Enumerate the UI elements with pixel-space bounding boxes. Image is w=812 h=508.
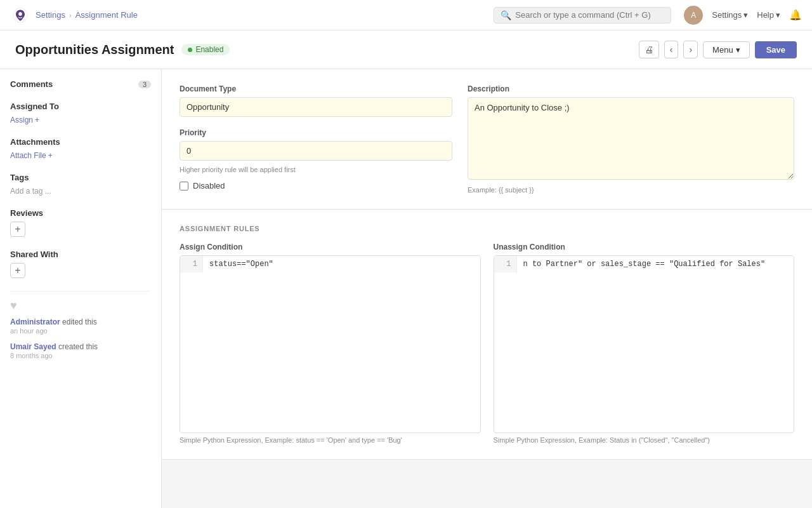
assign-link[interactable]: Assign + <box>10 116 39 124</box>
unassign-condition-editor[interactable]: 1 n to Partner" or sales_stage == "Quali… <box>494 255 795 433</box>
nav-right: A Settings ▾ Help ▾ 🔔 <box>684 6 802 25</box>
menu-button[interactable]: Menu ▾ <box>703 41 750 58</box>
sidebar-comments-section: Comments 3 <box>10 79 151 89</box>
conditions-row: Assign Condition 1 status=="Open" Simple… <box>180 243 794 444</box>
priority-label: Priority <box>180 128 452 137</box>
assign-code-line-1: 1 status=="Open" <box>180 256 480 272</box>
add-tag-link[interactable]: Add a tag ... <box>10 187 51 196</box>
sidebar-shared-header: Shared With <box>10 250 151 259</box>
status-dot <box>188 48 192 52</box>
sidebar-assigned-section: Assigned To Assign + <box>10 102 151 124</box>
assignment-rules-title: ASSIGNMENT RULES <box>180 225 794 232</box>
document-type-group: Document Type Priority Higher priority r… <box>180 84 452 194</box>
assign-condition-group: Assign Condition 1 status=="Open" Simple… <box>180 243 481 444</box>
attach-file-link[interactable]: Attach File + <box>10 151 53 160</box>
sidebar-reviews-header: Reviews <box>10 208 151 218</box>
form-card: Document Type Priority Higher priority r… <box>162 69 812 210</box>
prev-button[interactable]: ‹ <box>664 41 679 58</box>
sidebar-attachments-header: Attachments <box>10 137 151 147</box>
assign-code-content: status=="Open" <box>203 256 480 272</box>
chevron-right-icon: › <box>689 44 692 55</box>
settings-nav-link[interactable]: Settings ▾ <box>712 10 748 20</box>
search-input[interactable] <box>515 10 664 20</box>
activity-time-0: an hour ago <box>10 327 151 335</box>
form-row-top: Document Type Priority Higher priority r… <box>180 84 794 194</box>
main-content: Document Type Priority Higher priority r… <box>162 69 812 508</box>
unassign-code-content: n to Partner" or sales_stage == "Qualifi… <box>517 256 794 272</box>
assign-condition-hint: Simple Python Expression, Example: statu… <box>180 436 481 444</box>
app-logo[interactable] <box>10 5 30 25</box>
description-group: Description An Opportunity to Close ;) E… <box>468 84 794 194</box>
print-button[interactable]: 🖨 <box>639 41 659 58</box>
activity-user-1: Umair Sayed <box>10 342 56 351</box>
plus-icon: + <box>35 116 39 124</box>
line-num-1: 1 <box>180 256 203 272</box>
unassign-condition-label: Unassign Condition <box>494 243 795 251</box>
breadcrumb: Settings › Assignment Rule <box>36 10 138 20</box>
comments-count-badge: 3 <box>138 81 151 88</box>
assign-condition-label: Assign Condition <box>180 243 481 251</box>
menu-label: Menu <box>712 45 733 55</box>
activity-item-0: Administrator edited this an hour ago <box>10 318 151 335</box>
activity-action-0: edited this <box>62 318 97 326</box>
page-title: Opportunities Assignment <box>15 43 174 57</box>
search-icon: 🔍 <box>501 10 511 20</box>
priority-hint: Higher priority rule will be applied fir… <box>180 166 452 173</box>
sidebar-comments-title: Comments <box>10 79 53 89</box>
status-label: Enabled <box>195 45 223 54</box>
priority-input[interactable] <box>180 141 452 161</box>
avatar[interactable]: A <box>684 6 703 25</box>
unassign-condition-group: Unassign Condition 1 n to Partner" or sa… <box>494 243 795 444</box>
description-label: Description <box>468 84 794 93</box>
sidebar-assigned-header: Assigned To <box>10 102 151 111</box>
sidebar-attachments-section: Attachments Attach File + <box>10 137 151 160</box>
attach-plus-icon: + <box>48 151 53 160</box>
disabled-checkbox[interactable] <box>180 182 188 190</box>
sidebar: Comments 3 Assigned To Assign + Attachme… <box>0 69 162 508</box>
description-example: Example: {{ subject }} <box>468 186 794 194</box>
status-badge: Enabled <box>181 44 230 55</box>
breadcrumb-assignment-rule[interactable]: Assignment Rule <box>75 10 138 20</box>
sidebar-tags-header: Tags <box>10 173 151 182</box>
unassign-code-line-1: 1 n to Partner" or sales_stage == "Quali… <box>494 256 794 272</box>
search-bar: 🔍 <box>494 7 671 23</box>
assign-condition-editor[interactable]: 1 status=="Open" <box>180 255 481 433</box>
sidebar-activity: Administrator edited this an hour ago Um… <box>10 318 151 359</box>
like-button[interactable]: ♥ <box>10 299 151 312</box>
main-layout: Comments 3 Assigned To Assign + Attachme… <box>0 69 812 508</box>
reviews-title: Reviews <box>10 208 43 218</box>
svg-point-1 <box>18 12 22 16</box>
disabled-label: Disabled <box>193 181 225 190</box>
top-nav: Settings › Assignment Rule 🔍 A Settings … <box>0 0 812 30</box>
save-button[interactable]: Save <box>755 41 797 58</box>
tags-title: Tags <box>10 173 29 182</box>
attachments-title: Attachments <box>10 137 60 147</box>
activity-action-1: created this <box>58 342 98 351</box>
breadcrumb-settings[interactable]: Settings <box>36 10 65 20</box>
sidebar-reviews-section: Reviews + <box>10 208 151 237</box>
activity-item-1: Umair Sayed created this 8 months ago <box>10 342 151 359</box>
assigned-to-title: Assigned To <box>10 102 59 111</box>
page-header-actions: 🖨 ‹ › Menu ▾ Save <box>639 41 797 58</box>
document-type-input[interactable] <box>180 97 452 117</box>
chevron-left-icon: ‹ <box>670 44 673 55</box>
notifications-bell[interactable]: 🔔 <box>789 9 802 21</box>
dropdown-arrow-icon: ▾ <box>736 45 740 55</box>
next-button[interactable]: › <box>683 41 698 58</box>
sidebar-divider <box>10 291 151 291</box>
sidebar-comments-header: Comments 3 <box>10 79 151 89</box>
unassign-line-num-1: 1 <box>494 256 517 272</box>
breadcrumb-chevron-1: › <box>69 11 72 19</box>
unassign-condition-hint: Simple Python Expression, Example: Statu… <box>494 436 795 444</box>
description-textarea[interactable]: An Opportunity to Close ;) <box>468 97 794 180</box>
print-icon: 🖨 <box>645 44 653 55</box>
document-type-label: Document Type <box>180 84 452 93</box>
assignment-rules-card: ASSIGNMENT RULES Assign Condition 1 stat… <box>162 210 812 460</box>
sidebar-tags-section: Tags Add a tag ... <box>10 173 151 196</box>
add-shared-button[interactable]: + <box>10 263 25 278</box>
disabled-checkbox-row: Disabled <box>180 181 452 190</box>
activity-time-1: 8 months ago <box>10 352 151 359</box>
add-review-button[interactable]: + <box>10 222 25 237</box>
sidebar-shared-section: Shared With + <box>10 250 151 278</box>
help-nav-link[interactable]: Help ▾ <box>757 10 780 20</box>
